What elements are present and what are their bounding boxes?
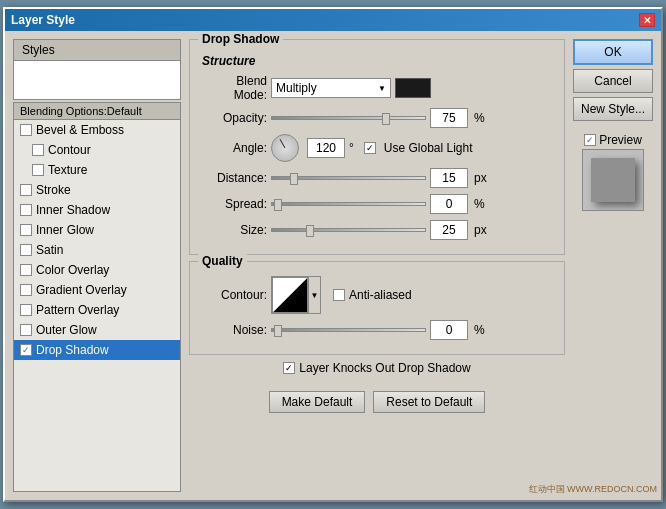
- left-panel: Styles Blending Options:Default Bevel & …: [13, 39, 181, 492]
- global-light-checkbox[interactable]: [364, 142, 376, 154]
- spread-row: Spread: 0 %: [202, 194, 552, 214]
- size-unit: px: [474, 223, 487, 237]
- quality-section: Quality Contour: ▼: [189, 261, 565, 355]
- make-default-button[interactable]: Make Default: [269, 391, 366, 413]
- middle-panel: Drop Shadow Structure Blend Mode: Multip…: [189, 39, 565, 492]
- contour-dropdown-btn[interactable]: ▼: [308, 277, 320, 313]
- spread-unit: %: [474, 197, 485, 211]
- contour-svg: [273, 278, 307, 312]
- dialog-title: Layer Style: [11, 13, 75, 27]
- effect-stroke[interactable]: Stroke: [14, 180, 180, 200]
- contour-dropdown[interactable]: ▼: [271, 276, 321, 314]
- effect-inner-glow[interactable]: Inner Glow: [14, 220, 180, 240]
- angle-value[interactable]: 120: [307, 138, 345, 158]
- drop-shadow-checkbox[interactable]: [20, 344, 32, 356]
- outer-glow-checkbox[interactable]: [20, 324, 32, 336]
- effect-inner-shadow[interactable]: Inner Shadow: [14, 200, 180, 220]
- cancel-button[interactable]: Cancel: [573, 69, 653, 93]
- effect-gradient-overlay[interactable]: Gradient Overlay: [14, 280, 180, 300]
- contour-row: Contour: ▼ Anti-aliased: [202, 276, 552, 314]
- layer-knocks-label: Layer Knocks Out Drop Shadow: [299, 361, 470, 375]
- preview-checkbox-row: Preview: [584, 133, 642, 147]
- close-button[interactable]: ✕: [639, 13, 655, 27]
- structure-title: Structure: [202, 54, 552, 68]
- distance-unit: px: [474, 171, 487, 185]
- contour-label: Contour:: [202, 288, 267, 302]
- bevel-checkbox[interactable]: [20, 124, 32, 136]
- blend-mode-value: Multiply: [276, 81, 317, 95]
- angle-row: Angle: 120 ° Use Global Light: [202, 134, 552, 162]
- inner-glow-checkbox[interactable]: [20, 224, 32, 236]
- inner-shadow-checkbox[interactable]: [20, 204, 32, 216]
- effect-outer-glow[interactable]: Outer Glow: [14, 320, 180, 340]
- noise-value[interactable]: 0: [430, 320, 468, 340]
- ok-button[interactable]: OK: [573, 39, 653, 65]
- opacity-unit: %: [474, 111, 485, 125]
- new-style-button[interactable]: New Style...: [573, 97, 653, 121]
- reset-default-button[interactable]: Reset to Default: [373, 391, 485, 413]
- angle-label: Angle:: [202, 141, 267, 155]
- layer-knocks-row: Layer Knocks Out Drop Shadow: [189, 361, 565, 375]
- right-panel: OK Cancel New Style... Preview: [573, 39, 653, 492]
- effect-drop-shadow[interactable]: Drop Shadow: [14, 340, 180, 360]
- blend-mode-label: Blend Mode:: [202, 74, 267, 102]
- blending-options-label[interactable]: Blending Options:Default: [13, 102, 181, 119]
- preview-box: [582, 149, 644, 211]
- spread-slider[interactable]: [271, 202, 426, 206]
- styles-header: Styles: [13, 39, 181, 60]
- effect-texture[interactable]: Texture: [14, 160, 180, 180]
- spread-value[interactable]: 0: [430, 194, 468, 214]
- styles-list[interactable]: [13, 60, 181, 100]
- drop-shadow-section: Drop Shadow Structure Blend Mode: Multip…: [189, 39, 565, 255]
- distance-slider[interactable]: [271, 176, 426, 180]
- distance-row: Distance: 15 px: [202, 168, 552, 188]
- preview-checkbox[interactable]: [584, 134, 596, 146]
- preview-section: Preview: [573, 133, 653, 211]
- distance-label: Distance:: [202, 171, 267, 185]
- gradient-overlay-checkbox[interactable]: [20, 284, 32, 296]
- pattern-overlay-checkbox[interactable]: [20, 304, 32, 316]
- global-light-label: Use Global Light: [384, 141, 473, 155]
- texture-checkbox[interactable]: [32, 164, 44, 176]
- title-bar: Layer Style ✕: [5, 9, 661, 31]
- angle-dial[interactable]: [271, 134, 299, 162]
- effect-satin[interactable]: Satin: [14, 240, 180, 260]
- dialog-body: Styles Blending Options:Default Bevel & …: [5, 31, 661, 500]
- stroke-checkbox[interactable]: [20, 184, 32, 196]
- blend-mode-row: Blend Mode: Multiply ▼: [202, 74, 552, 102]
- effects-list: Bevel & Emboss Contour Texture Stroke In…: [13, 119, 181, 492]
- size-value[interactable]: 25: [430, 220, 468, 240]
- noise-row: Noise: 0 %: [202, 320, 552, 340]
- size-slider[interactable]: [271, 228, 426, 232]
- anti-alias-checkbox[interactable]: [333, 289, 345, 301]
- size-row: Size: 25 px: [202, 220, 552, 240]
- noise-slider[interactable]: [271, 328, 426, 332]
- spread-label: Spread:: [202, 197, 267, 211]
- watermark: 红动中国 WWW.REDOCN.COM: [529, 483, 658, 496]
- opacity-slider[interactable]: [271, 116, 426, 120]
- shadow-color-swatch[interactable]: [395, 78, 431, 98]
- effect-pattern-overlay[interactable]: Pattern Overlay: [14, 300, 180, 320]
- noise-unit: %: [474, 323, 485, 337]
- contour-preview[interactable]: [272, 277, 308, 313]
- preview-inner: [591, 158, 635, 202]
- satin-checkbox[interactable]: [20, 244, 32, 256]
- bottom-buttons: Make Default Reset to Default: [189, 391, 565, 413]
- layer-style-dialog: Layer Style ✕ Styles Blending Options:De…: [3, 7, 663, 502]
- layer-knocks-checkbox[interactable]: [283, 362, 295, 374]
- preview-label: Preview: [599, 133, 642, 147]
- contour-checkbox[interactable]: [32, 144, 44, 156]
- color-overlay-checkbox[interactable]: [20, 264, 32, 276]
- quality-title: Quality: [198, 254, 247, 268]
- degree-symbol: °: [349, 141, 354, 155]
- drop-shadow-title: Drop Shadow: [198, 32, 283, 46]
- effect-contour[interactable]: Contour: [14, 140, 180, 160]
- distance-value[interactable]: 15: [430, 168, 468, 188]
- noise-label: Noise:: [202, 323, 267, 337]
- effect-bevel[interactable]: Bevel & Emboss: [14, 120, 180, 140]
- opacity-value[interactable]: 75: [430, 108, 468, 128]
- effect-color-overlay[interactable]: Color Overlay: [14, 260, 180, 280]
- anti-alias-row: Anti-aliased: [333, 288, 412, 302]
- angle-needle: [280, 139, 286, 148]
- blend-mode-select[interactable]: Multiply ▼: [271, 78, 391, 98]
